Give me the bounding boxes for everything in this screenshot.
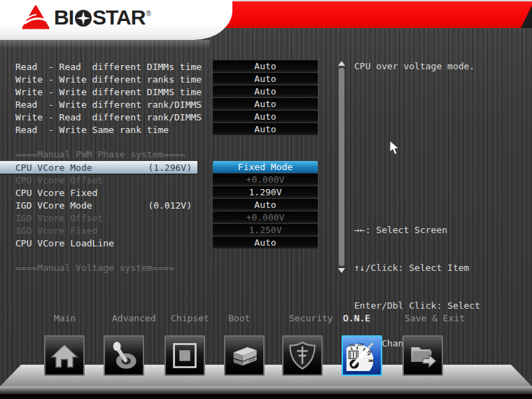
- drive-icon: [229, 340, 260, 371]
- help-key-line: →←: Select Screen: [354, 224, 480, 237]
- setting-row[interactable]: IGD VCore Mode(0.012V): [0, 199, 197, 211]
- svg-text:160: 160: [368, 358, 374, 363]
- tab-main[interactable]: Main: [54, 313, 76, 324]
- registered-mark: ®: [146, 10, 150, 18]
- section-title-voltage: ====Manual Voltage system====: [15, 262, 174, 274]
- nav-button-one[interactable]: 100 120 140 160: [342, 335, 382, 376]
- setting-label: Write - Write different DIMMS time: [15, 87, 202, 97]
- nav-button-advanced[interactable]: [104, 335, 144, 376]
- biostar-o-star-icon: [74, 9, 92, 27]
- setting-value[interactable]: Auto: [213, 123, 318, 135]
- help-key-line: Enter/Dbl Click: Select: [354, 300, 480, 312]
- setting-value: +0.000V: [213, 211, 318, 223]
- nav-button-chipset[interactable]: [164, 335, 205, 376]
- logo-plate: BISTAR BISTAR ®: [0, 0, 232, 40]
- setting-value[interactable]: Auto: [213, 237, 318, 248]
- setting-value[interactable]: Auto: [213, 111, 318, 122]
- shield-icon: [287, 340, 318, 371]
- scroll-up-arrow-icon[interactable]: [338, 61, 345, 66]
- biostar-triangle-icon: [21, 5, 50, 30]
- setting-value[interactable]: Auto: [213, 60, 318, 72]
- tab-chipset[interactable]: Chipset: [171, 313, 209, 324]
- setting-label: IGD VCore Mode: [15, 200, 92, 211]
- svg-text:100: 100: [349, 343, 355, 347]
- setting-label: CPU VCore Mode: [15, 162, 92, 173]
- bios-screen: BISTAR BISTAR ® Read - Read different DI…: [0, 0, 532, 399]
- tab-one[interactable]: O.N.E: [343, 313, 370, 324]
- setting-label: Write - Read different rank/DIMMS: [15, 112, 202, 122]
- nav-button-security[interactable]: [282, 335, 323, 376]
- setting-label: Read - Read different DIMMs time: [15, 62, 202, 72]
- setting-value[interactable]: Auto: [213, 73, 318, 85]
- setting-paren-value: (0.012V): [148, 200, 192, 211]
- setting-row[interactable]: Write - Write different DIMMS time: [0, 85, 197, 98]
- setting-paren-value: (1.296V): [148, 162, 192, 173]
- setting-value: +0.000V: [213, 174, 318, 186]
- setting-label: IGD Vcore Fixed: [15, 225, 97, 236]
- help-description: CPU over voltage mode.: [354, 61, 475, 71]
- setting-row-selected[interactable]: CPU VCore Mode(1.296V): [0, 161, 197, 174]
- setting-row[interactable]: Read - Write Same rank time: [0, 123, 197, 136]
- mouse-cursor: [389, 140, 400, 156]
- logo-plate-shadow: [0, 40, 210, 48]
- setting-value-selected[interactable]: Fixed Mode: [213, 161, 318, 173]
- brand-logo: BISTAR ®: [21, 5, 151, 30]
- setting-row[interactable]: Write - Read different rank/DIMMS: [0, 111, 197, 123]
- setting-label: IGD Vcore Offset: [15, 213, 103, 223]
- setting-row: IGD Vcore Fixed: [0, 224, 197, 237]
- folder-exit-icon: [407, 340, 438, 371]
- tab-save-exit[interactable]: Save & Exit: [405, 313, 465, 324]
- setting-row[interactable]: Read - Write different rank/DIMMS: [0, 98, 197, 111]
- footer-bar: [0, 394, 532, 399]
- scroll-down-arrow-icon[interactable]: [338, 268, 345, 273]
- setting-value: 1.250V: [213, 224, 318, 236]
- setting-value[interactable]: Auto: [213, 199, 318, 211]
- brand-text: BISTAR: [54, 6, 145, 29]
- home-icon: [49, 340, 80, 371]
- setting-row[interactable]: Write - Write different ranks time: [0, 73, 197, 85]
- setting-label: Read - Write Same rank time: [15, 125, 169, 135]
- tab-boot[interactable]: Boot: [228, 313, 250, 324]
- setting-row[interactable]: CPU VCore LoadLine: [0, 237, 197, 249]
- help-key-line: ↑↓/Click: Select Item: [354, 262, 480, 274]
- nav-button-save-exit[interactable]: [402, 335, 443, 376]
- setting-row: CPU Vcore Offset: [0, 174, 197, 186]
- scrollbar-track[interactable]: [339, 68, 344, 266]
- setting-value[interactable]: Auto: [213, 98, 318, 110]
- tab-advanced[interactable]: Advanced: [112, 313, 156, 324]
- shelf-front-edge: [0, 386, 532, 394]
- chip-icon: [169, 340, 200, 371]
- nav-button-main[interactable]: [44, 335, 85, 376]
- setting-row: IGD Vcore Offset: [0, 211, 197, 224]
- setting-label: CPU VCore LoadLine: [15, 238, 114, 248]
- setting-label: CPU Vcore Offset: [15, 175, 103, 186]
- setting-label: Write - Write different ranks time: [15, 74, 202, 85]
- setting-label: CPU Vcore Fixed: [15, 188, 97, 198]
- section-title-pwm: ====Manual PWM Phase system====: [15, 148, 186, 161]
- setting-value[interactable]: 1.290V: [213, 186, 318, 198]
- gauge-icon: 100 120 140 160: [346, 340, 377, 371]
- joystick-icon: [108, 340, 139, 371]
- tab-security[interactable]: Security: [289, 313, 333, 324]
- setting-row[interactable]: CPU Vcore Fixed: [0, 186, 197, 199]
- setting-label: Read - Write different rank/DIMMS: [15, 99, 202, 110]
- scrollbar[interactable]: [337, 61, 346, 273]
- setting-value[interactable]: Auto: [213, 85, 318, 97]
- setting-row[interactable]: Read - Read different DIMMs time: [0, 60, 197, 73]
- svg-text:120: 120: [357, 342, 363, 346]
- nav-button-boot[interactable]: [224, 335, 265, 376]
